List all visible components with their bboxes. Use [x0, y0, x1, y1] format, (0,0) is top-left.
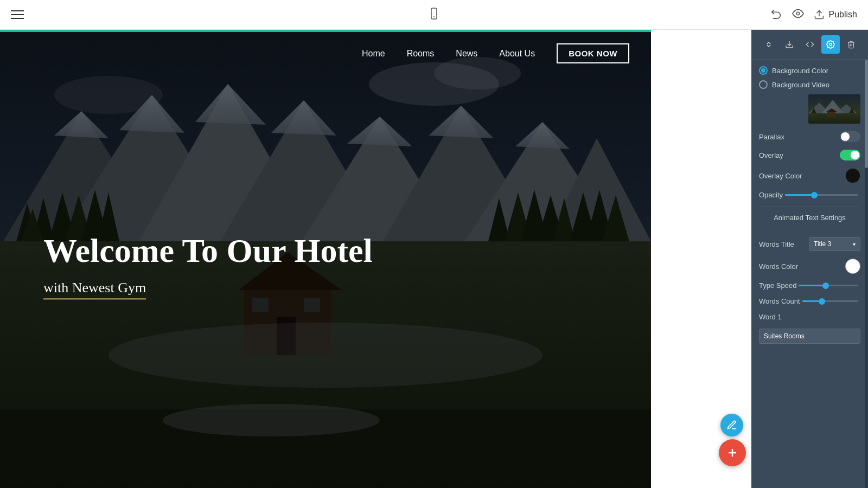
opacity-label: Opacity: [759, 191, 783, 199]
background-color-radio[interactable]: [759, 66, 768, 75]
type-speed-row: Type Speed: [759, 281, 860, 290]
panel-reorder-button[interactable]: [760, 35, 778, 54]
word-1-row: Word 1: [759, 313, 860, 321]
panel-code-button[interactable]: [801, 35, 819, 54]
words-count-row: Words Count: [759, 297, 860, 305]
svg-point-48: [829, 43, 832, 46]
background-color-label: Background Color: [772, 67, 828, 75]
panel-scrollbar-thumb[interactable]: [865, 60, 868, 168]
hero-title: Welcome To Our Hotel: [43, 232, 373, 269]
hero-background: Home Rooms News About Us BOOK NOW Welcom…: [0, 30, 651, 488]
topbar: Publish: [0, 0, 868, 30]
background-video-radio[interactable]: [759, 80, 768, 89]
background-video-option[interactable]: Background Video: [759, 80, 860, 89]
mobile-preview-icon[interactable]: [427, 7, 441, 22]
animated-text-section: Animated Text Settings: [759, 214, 860, 229]
words-title-dropdown[interactable]: Title 3 ▾: [809, 237, 860, 251]
panel-toolbar: [751, 30, 868, 60]
topbar-left: [11, 10, 24, 19]
fab-add-button[interactable]: [719, 439, 746, 466]
nav-news[interactable]: News: [456, 49, 477, 59]
parallax-row: Parallax: [759, 131, 860, 142]
opacity-slider[interactable]: [785, 194, 858, 196]
hamburger-menu[interactable]: [11, 10, 24, 19]
type-speed-slider[interactable]: [799, 285, 858, 286]
panel-download-button[interactable]: [780, 35, 799, 54]
background-image-thumbnail[interactable]: [808, 94, 860, 124]
dropdown-chevron-icon: ▾: [853, 241, 856, 247]
svg-rect-55: [827, 112, 835, 117]
canvas-area: Home Rooms News About Us BOOK NOW Welcom…: [0, 30, 868, 488]
opacity-row: Opacity: [759, 191, 860, 199]
words-count-slider[interactable]: [802, 300, 858, 302]
teal-top-border: [0, 30, 651, 32]
type-speed-label: Type Speed: [759, 281, 796, 290]
word-1-label: Word 1: [759, 313, 782, 321]
words-title-label: Words Title: [759, 240, 794, 248]
overlay-color-row: Overlay Color: [759, 168, 860, 183]
nav-about-us[interactable]: About Us: [499, 49, 535, 59]
word-1-input[interactable]: [759, 329, 860, 344]
parallax-label: Parallax: [759, 133, 784, 141]
words-title-row: Words Title Title 3 ▾: [759, 237, 860, 251]
topbar-center: [427, 7, 441, 22]
panel-settings-button[interactable]: [821, 35, 840, 54]
background-video-label: Background Video: [772, 81, 829, 89]
nav-rooms[interactable]: Rooms: [407, 49, 435, 59]
parallax-toggle[interactable]: [840, 131, 860, 142]
words-color-row: Words Color: [759, 259, 860, 274]
preview-icon[interactable]: [792, 8, 804, 22]
fab-edit-button[interactable]: [720, 414, 743, 436]
nav-home[interactable]: Home: [362, 49, 385, 59]
publish-button[interactable]: Publish: [814, 9, 857, 20]
words-color-label: Words Color: [759, 262, 798, 271]
words-count-label: Words Count: [759, 297, 800, 305]
overlay-label: Overlay: [759, 151, 783, 159]
words-title-value: Title 3: [814, 240, 831, 248]
animated-text-title: Animated Text Settings: [759, 214, 860, 222]
settings-panel: Background Color Background Video: [751, 30, 868, 488]
overlay-row: Overlay: [759, 150, 860, 160]
nav-bar: Home Rooms News About Us BOOK NOW: [0, 30, 651, 77]
nav-book-now-button[interactable]: BOOK NOW: [557, 43, 629, 63]
svg-point-2: [796, 12, 800, 15]
panel-delete-button[interactable]: [842, 35, 860, 54]
undo-icon[interactable]: [770, 8, 782, 22]
overlay-toggle[interactable]: [840, 150, 860, 160]
panel-content[interactable]: Background Color Background Video: [751, 60, 868, 488]
words-color-swatch[interactable]: [845, 259, 860, 274]
overlay-color-label: Overlay Color: [759, 172, 802, 180]
hero-content: Welcome To Our Hotel with Newest Gym: [43, 232, 373, 299]
panel-divider-1: [759, 207, 860, 207]
topbar-right: Publish: [770, 8, 857, 22]
panel-scrollbar-track[interactable]: [865, 60, 868, 488]
background-color-option[interactable]: Background Color: [759, 66, 860, 75]
overlay-color-swatch[interactable]: [845, 168, 860, 183]
hero-subtitle: with Newest Gym: [43, 280, 146, 299]
